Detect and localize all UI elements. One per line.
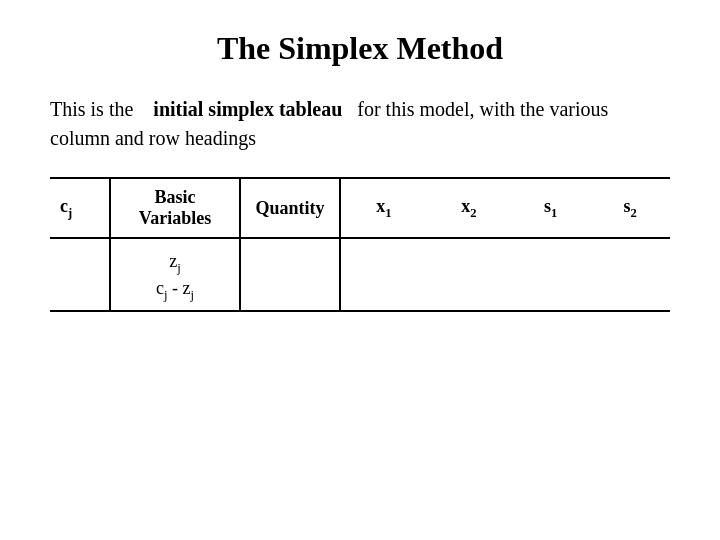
cj-zj-quantity-cell — [240, 276, 340, 312]
table-row-cj-zj: cj - zj — [50, 276, 670, 312]
zj-s2-cell — [590, 238, 670, 276]
table-header-row: cj BasicVariables Quantity x1 x2 — [50, 178, 670, 238]
table-row-zj: zj — [50, 238, 670, 276]
header-x2: x2 — [427, 178, 511, 238]
zj-basic-vars-cell: zj — [110, 238, 240, 276]
zj-label-cell — [50, 238, 110, 276]
cj-zj-x2-cell — [427, 276, 511, 312]
quantity-label: Quantity — [255, 198, 324, 218]
cj-label: cj — [60, 196, 72, 216]
cj-zj-s2-cell — [590, 276, 670, 312]
cj-zj-var-label: cj - zj — [156, 278, 194, 298]
simplex-tableau: cj BasicVariables Quantity x1 x2 — [50, 177, 670, 312]
cj-zj-s1-cell — [511, 276, 591, 312]
s1-label: s1 — [544, 196, 557, 216]
basic-vars-label: BasicVariables — [139, 187, 211, 228]
zj-var-label: zj — [169, 251, 181, 271]
header-cj: cj — [50, 178, 110, 238]
header-quantity: Quantity — [240, 178, 340, 238]
intro-bold-phrase: initial simplex tableau — [153, 98, 342, 120]
page-container: The Simplex Method This is the initial s… — [0, 0, 720, 540]
zj-s1-cell — [511, 238, 591, 276]
intro-paragraph: This is the initial simplex tableau for … — [50, 95, 670, 153]
cj-zj-label-cell — [50, 276, 110, 312]
s2-label: s2 — [624, 196, 637, 216]
cj-zj-x1-cell — [340, 276, 427, 312]
cj-zj-basic-vars-cell: cj - zj — [110, 276, 240, 312]
x2-label: x2 — [461, 196, 476, 216]
header-s1: s1 — [511, 178, 591, 238]
page-title: The Simplex Method — [50, 30, 670, 67]
zj-x2-cell — [427, 238, 511, 276]
zj-x1-cell — [340, 238, 427, 276]
header-basic-variables: BasicVariables — [110, 178, 240, 238]
zj-quantity-cell — [240, 238, 340, 276]
header-x1: x1 — [340, 178, 427, 238]
x1-label: x1 — [376, 196, 391, 216]
intro-part1: This is the — [50, 98, 133, 120]
header-s2: s2 — [590, 178, 670, 238]
